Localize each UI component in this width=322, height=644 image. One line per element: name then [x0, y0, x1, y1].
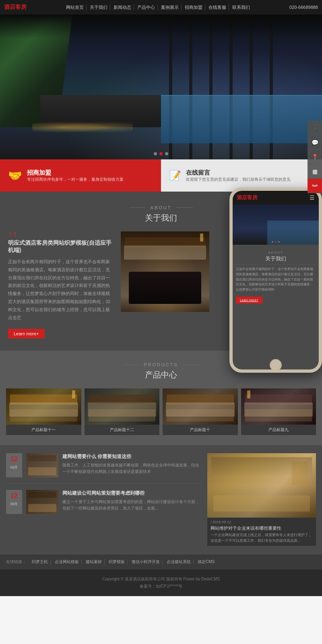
handshake-icon: 🤝: [8, 169, 22, 182]
phone-hero-img: [233, 204, 319, 245]
footer-links-row: 友情链接： 织梦主机 企业网站模板 建站素材 织梦模板 微信小程序开发 企业建站…: [6, 559, 316, 565]
footer-icp: 备案号：知ICP沪*****号: [6, 583, 316, 590]
product-item-4[interactable]: 产品标题九: [241, 388, 316, 435]
about-img-inner: [121, 231, 209, 312]
news-section: 12 09月 建网站需要什么 你需要知道这些 随着工作、人工智能的发展越来越不断…: [0, 445, 322, 554]
qr-side-btn[interactable]: ▦: [308, 164, 322, 179]
header-phone: 020-66689888: [289, 5, 318, 10]
phone-logo: 酒店客房: [237, 194, 258, 201]
news-photo-caption: / 2018-09-12 网站维护对于企业来说有哪些重要性 一个企业网站建设完成…: [207, 518, 316, 546]
footer-link-5[interactable]: 企业建站系统: [164, 559, 194, 565]
franchise-banner[interactable]: 🤝 招商加盟 专注招商伙伴包多年，一对一服务，量身定制创收方案: [0, 159, 161, 192]
footer-link-0[interactable]: 织梦主机: [29, 559, 51, 565]
hero-dots: [154, 152, 168, 155]
product-img-2: [85, 388, 160, 425]
product-label-3: 产品标题十: [163, 425, 238, 435]
product-label-4: 产品标题九: [241, 425, 316, 435]
news-day-2: 12: [9, 492, 19, 500]
nav-franchise[interactable]: 招商加盟: [182, 4, 205, 10]
phone-about-en: ABOUT: [268, 251, 283, 254]
nav-service[interactable]: 在线客服: [206, 4, 229, 10]
about-image: [121, 231, 209, 312]
header: 酒店客房 网站首页 关于我们 新闻动态 产品中心 案例展示 招商加盟 在线客服 …: [0, 0, 322, 14]
quote-icon: ": [8, 227, 18, 252]
news-photo-title[interactable]: 网站维护对于企业来说有哪些重要性: [211, 525, 313, 531]
side-buttons: 📞 💬 📍 ▦ ToP: [308, 121, 322, 193]
nav-news[interactable]: 新闻动态: [111, 4, 134, 10]
product-item-2[interactable]: 产品标题十二: [85, 388, 160, 435]
nav-contact[interactable]: 联系我们: [230, 4, 252, 10]
site-logo[interactable]: 酒店客房: [4, 4, 27, 11]
news-month-1: 09月: [10, 465, 18, 469]
chat-side-btn[interactable]: 💬: [308, 135, 322, 150]
product-label-2: 产品标题十二: [85, 425, 160, 435]
news-text-1: 随着工作、人工智能的发展越来越不断创新，网络也在全球中快速发展，结合一个不断创新…: [62, 462, 201, 475]
top-side-btn[interactable]: ToP: [308, 179, 322, 193]
footer-link-6[interactable]: 搞定CMS: [195, 559, 217, 565]
nav-about[interactable]: 关于我们: [87, 4, 110, 10]
phone-about-zh: 关于我们: [233, 255, 319, 262]
product-img-1: [6, 388, 81, 425]
news-date-1: 12 09月: [6, 453, 22, 477]
news-right: / 2018-09-12 网站维护对于企业来说有哪些重要性 一个企业网站建设完成…: [207, 453, 316, 546]
about-heading: 明应式酒店客房类网站织梦模板(自适应手机端): [8, 231, 113, 254]
footer-copyright: Copyright © 某某酒店版权所有公司 版权所有 Power by Ded…: [6, 576, 316, 583]
news-photo-date: / 2018-09-12: [211, 520, 313, 524]
news-item-2: 12 09月 网站建设公司网站策划需要考虑到哪些 建立一个基于工作与网站策划需要…: [6, 490, 201, 520]
message-desc: 欢迎留下您宝贵的意见或建议，我们加将乐于倾听您的意见: [186, 177, 291, 182]
news-item-1: 12 09月 建网站需要什么 你需要知道这些 随着工作、人工智能的发展越来越不断…: [6, 453, 201, 484]
about-paragraph: 正如不会有两片相同的叶子，这个世界也不会有两家相同的英迪格酒店。每家酒店的设计都…: [8, 258, 113, 322]
message-banner[interactable]: 📝 在线留言 欢迎留下您宝贵的意见或建议，我们加将乐于倾听您的意见: [161, 159, 322, 192]
news-thumb-1: [26, 453, 58, 477]
nav-products[interactable]: 产品中心: [135, 4, 158, 10]
location-side-btn[interactable]: 📍: [308, 150, 322, 164]
nav-cases[interactable]: 案例展示: [159, 4, 182, 10]
message-title: 在线留言: [186, 169, 291, 177]
product-item-3[interactable]: 产品标题十: [163, 388, 238, 435]
phone-menu-icon: ☰: [310, 194, 315, 201]
learn-more-button[interactable]: Learn more+: [8, 329, 45, 339]
news-content-2: 网站建设公司网站策划需要考虑到哪些 建立一个基于工作与网站策划需要考虑到的是，网…: [62, 490, 201, 514]
phone-learn-more[interactable]: Learn more+: [236, 297, 262, 303]
news-thumb-2: [26, 490, 58, 514]
about-en: ABOUT: [151, 205, 172, 210]
footer-link-4[interactable]: 微信小程序开发: [129, 559, 163, 565]
product-item-1[interactable]: 产品标题十一: [6, 388, 81, 435]
news-date-2: 12 09月: [6, 490, 22, 514]
franchise-desc: 专注招商伙伴包多年，一对一服务，量身定制创收方案: [27, 177, 124, 182]
news-content-1: 建网站需要什么 你需要知道这些 随着工作、人工智能的发展越来越不断创新，网络也在…: [62, 453, 201, 477]
footer-links: 友情链接： 织梦主机 企业网站模板 建站素材 织梦模板 微信小程序开发 企业建站…: [0, 554, 322, 570]
footer: Copyright © 某某酒店版权所有公司 版权所有 Power by Ded…: [0, 570, 322, 596]
hero-dot-3[interactable]: [165, 152, 168, 155]
product-label-1: 产品标题十一: [6, 425, 81, 435]
news-title-1[interactable]: 建网站需要什么 你需要知道这些: [62, 453, 201, 460]
footer-links-label: 友情链接：: [6, 559, 26, 565]
franchise-text: 招商加盟 专注招商伙伴包多年，一对一服务，量身定制创收方案: [27, 169, 124, 182]
message-icon: 📝: [169, 170, 181, 181]
hero-section: [0, 14, 322, 159]
phone-home-button[interactable]: [270, 359, 282, 371]
news-day-1: 12: [9, 456, 19, 463]
phone-header: 酒店客房 ☰: [233, 191, 319, 204]
phone-screen: 酒店客房 ☰ ABOUT 关于我们 正如不会有两片相同的叶子，这个世界也不会有两…: [233, 191, 319, 369]
news-month-2: 09月: [10, 502, 18, 506]
news-title-2[interactable]: 网站建设公司网站策划需要考虑到哪些: [62, 490, 201, 497]
about-section: ABOUT 关于我们 " 明应式酒店客房类网站织梦模板(自适应手机端) 正如不会…: [0, 192, 322, 351]
phone-about-text: 正如不会有两片相同的叶子，这个世界也不会有两家相同的英迪格酒店。每家酒店的设计都…: [233, 264, 319, 295]
footer-link-3[interactable]: 织梦模板: [106, 559, 128, 565]
product-img-3: [163, 388, 238, 425]
nav-home[interactable]: 网站首页: [64, 4, 87, 10]
footer-link-2[interactable]: 建站素材: [83, 559, 105, 565]
hero-dot-2[interactable]: [159, 152, 163, 155]
product-img-4: [241, 388, 316, 425]
hero-dot-1[interactable]: [154, 152, 157, 155]
phone-side-btn[interactable]: 📞: [308, 121, 322, 135]
news-photo-text: 一个企业网站建设完成上线之后，就需要有专人来进行维护了，这也是一个不可以忽视工作…: [211, 533, 313, 543]
products-en: PRODUCTS: [144, 362, 178, 367]
phone-about-title: ABOUT 关于我们: [233, 245, 319, 264]
news-list: 12 09月 建网站需要什么 你需要知道这些 随着工作、人工智能的发展越来越不断…: [6, 453, 201, 546]
about-text: " 明应式酒店客房类网站织梦模板(自适应手机端) 正如不会有两片相同的叶子，这个…: [8, 231, 113, 339]
products-grid: 产品标题十一 产品标题十二 产品标题十: [6, 388, 316, 435]
main-nav: 网站首页 关于我们 新闻动态 产品中心 案例展示 招商加盟 在线客服 联系我们: [64, 4, 252, 10]
footer-link-1[interactable]: 企业网站模板: [52, 559, 82, 565]
